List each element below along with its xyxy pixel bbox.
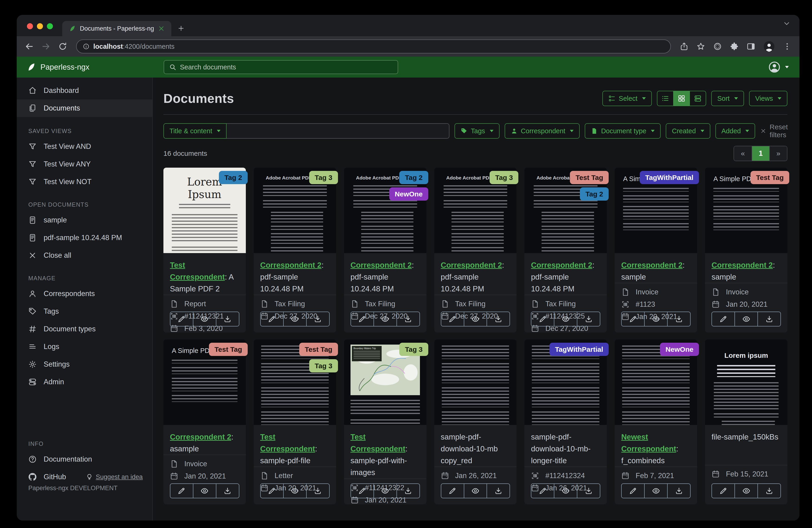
suggest-idea-link[interactable]: Suggest an idea [86, 473, 143, 481]
preview-button[interactable] [193, 483, 216, 498]
views-dropdown[interactable]: Views [749, 91, 787, 106]
edit-button[interactable] [531, 483, 554, 498]
edit-button[interactable] [350, 483, 374, 498]
preview-button[interactable] [283, 483, 307, 498]
document-card[interactable]: sample-pdf-download-10-mb copy_red Jan 2… [434, 340, 517, 504]
sidebar-item-pdf-sample-10-24-48-pm[interactable]: pdf-sample 10.24.48 PM [17, 229, 152, 246]
tag-pill[interactable]: TagWithPartial [640, 171, 699, 184]
preview-button[interactable] [283, 312, 307, 327]
global-search[interactable] [164, 60, 398, 74]
document-title[interactable]: Correspondent 2: sample [711, 259, 781, 283]
correspondent-link[interactable]: Test Correspondent [260, 432, 315, 453]
sidebar-item-correspondents[interactable]: Correspondents [17, 285, 152, 302]
detail-view-button[interactable] [690, 91, 706, 106]
preview-button[interactable] [554, 483, 577, 498]
edit-button[interactable] [170, 483, 193, 498]
sort-dropdown[interactable]: Sort [711, 91, 744, 106]
sidebar-item-dashboard[interactable]: Dashboard [17, 82, 152, 99]
title-content-input[interactable] [227, 123, 449, 139]
tag-pill[interactable]: Tag 2 [580, 187, 609, 201]
edit-button[interactable] [711, 483, 735, 498]
tag-pill[interactable]: Tag 3 [309, 171, 338, 184]
document-thumbnail[interactable]: Lorem ipsum [705, 340, 787, 425]
browser-profile-avatar[interactable] [763, 41, 775, 52]
tag-pill[interactable]: Test Tag [570, 171, 609, 184]
document-title[interactable]: Test Correspondent: sample-pdf-with-imag… [350, 431, 420, 479]
document-title[interactable]: Correspondent 2: pdf-sample 10.24.48 PM [350, 259, 420, 295]
tag-pill[interactable]: Tag 2 [399, 171, 428, 184]
document-title[interactable]: sample-pdf-download-10-mb-longer-title [531, 431, 600, 467]
user-menu[interactable] [768, 57, 789, 77]
document-card[interactable]: A Simple PDF File Test Tag Correspondent… [705, 168, 787, 332]
download-button[interactable] [487, 483, 510, 498]
tag-pill[interactable]: Tag 3 [399, 343, 428, 356]
correspondent-link[interactable]: Correspondent 2 [621, 261, 682, 269]
site-info-icon[interactable] [83, 43, 90, 50]
download-button[interactable] [306, 312, 330, 327]
extension-badge-icon[interactable] [713, 42, 722, 51]
select-dropdown[interactable]: Select [603, 91, 652, 106]
preview-button[interactable] [464, 483, 487, 498]
app-brand[interactable]: Paperless-ngx [27, 57, 89, 77]
document-card[interactable]: Lorem Ipsum Tag 2 Test Correspondent: A … [163, 168, 246, 332]
correspondent-link[interactable]: Correspondent 2 [711, 261, 773, 269]
document-card[interactable]: Adobe Acrobat PDF Files Tag 3 Correspond… [254, 168, 336, 332]
document-title[interactable]: sample-pdf-download-10-mb copy_red [441, 431, 510, 467]
tag-pill[interactable]: NewOne [389, 187, 428, 201]
download-button[interactable] [667, 483, 691, 498]
document-card[interactable]: TagWithPartial sample-pdf-download-10-mb… [524, 340, 607, 504]
document-title[interactable]: Correspondent 2: asample [170, 431, 239, 455]
edit-button[interactable] [441, 483, 464, 498]
side-panel-icon[interactable] [746, 42, 755, 51]
download-button[interactable] [577, 483, 600, 498]
download-button[interactable] [216, 312, 239, 327]
preview-button[interactable] [735, 312, 758, 327]
document-title[interactable]: file-sample_150kBs [711, 431, 781, 443]
preview-button[interactable] [464, 312, 487, 327]
document-card[interactable]: NewOne Newest Correspondent: f_combineds… [615, 340, 697, 504]
sidebar-item-documents[interactable]: Documents [17, 99, 152, 117]
correspondent-link[interactable]: Correspondent 2 [170, 432, 231, 441]
edit-button[interactable] [531, 312, 554, 327]
download-button[interactable] [487, 312, 510, 327]
tag-pill[interactable]: NewOne [660, 343, 699, 356]
sidebar-item-documentation[interactable]: Documentation [17, 451, 152, 468]
download-button[interactable] [667, 312, 691, 327]
edit-button[interactable] [260, 312, 284, 327]
grid-view-button[interactable] [673, 91, 690, 106]
document-title[interactable]: Correspondent 2: pdf-sample 10.24.48 PM [531, 259, 600, 295]
reset-filters-button[interactable]: Reset filters [760, 123, 788, 139]
document-title[interactable]: Correspondent 2: sample [621, 259, 691, 283]
download-button[interactable] [577, 312, 600, 327]
created-filter-dropdown[interactable]: Created [666, 123, 710, 139]
sidebar-item-test-view-and[interactable]: Test View AND [17, 138, 152, 155]
tag-pill[interactable]: Test Tag [299, 343, 338, 356]
preview-button[interactable] [554, 312, 577, 327]
search-field-dropdown[interactable]: Title & content [163, 123, 227, 139]
edit-button[interactable] [621, 483, 644, 498]
search-input[interactable] [180, 63, 393, 71]
sidebar-item-admin[interactable]: Admin [17, 373, 152, 391]
document-thumbnail[interactable] [434, 340, 517, 425]
bookmark-star-icon[interactable] [696, 42, 705, 51]
tag-pill[interactable]: Tag 3 [490, 171, 518, 184]
correspondent-link[interactable]: Test Correspondent [170, 261, 225, 281]
tag-pill[interactable]: Tag 3 [309, 359, 338, 372]
document-title[interactable]: Test Correspondent: A Sample PDF 2 [170, 259, 239, 295]
added-filter-dropdown[interactable]: Added [715, 123, 755, 139]
sidebar-item-github[interactable]: GitHubSuggest an idea [17, 468, 152, 486]
edit-button[interactable] [621, 312, 644, 327]
edit-button[interactable] [711, 312, 735, 327]
tag-pill[interactable]: TagWithPartial [549, 343, 609, 356]
preview-button[interactable] [374, 483, 397, 498]
sidebar-item-sample[interactable]: sample [17, 211, 152, 229]
new-tab-button[interactable] [175, 22, 188, 35]
download-button[interactable] [757, 483, 781, 498]
document-card[interactable]: Adobe Acrobat PDF Files Tag 2NewOne Corr… [344, 168, 426, 332]
sidebar-item-close-all[interactable]: Close all [17, 246, 152, 264]
sidebar-item-logs[interactable]: Logs [17, 338, 152, 356]
preview-button[interactable] [735, 483, 758, 498]
back-button[interactable] [25, 42, 34, 51]
document-title[interactable]: Newest Correspondent: f_combineds [621, 431, 691, 467]
document-title[interactable]: Correspondent 2: pdf-sample 10.24.48 PM [441, 259, 510, 295]
